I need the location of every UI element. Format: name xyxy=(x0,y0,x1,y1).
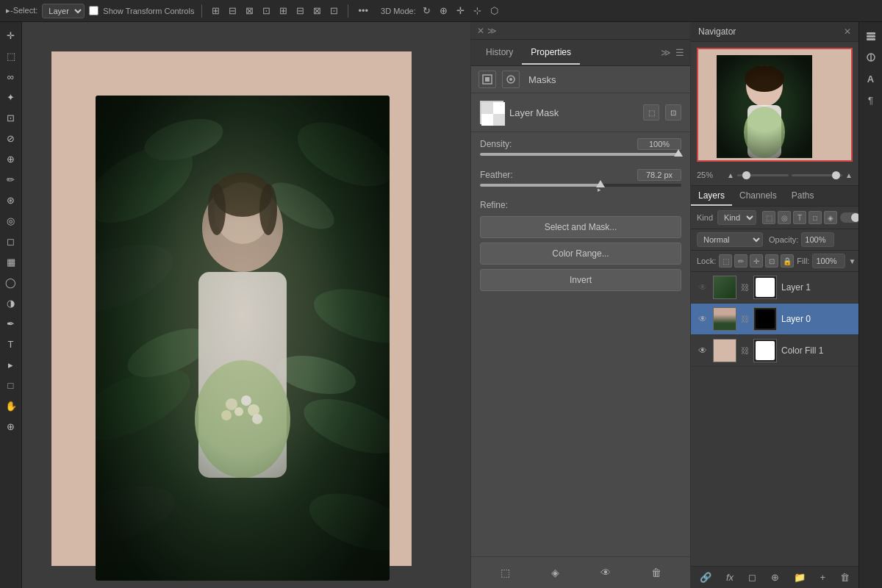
vector-mask-btn[interactable] xyxy=(502,71,520,88)
lock-position-icon[interactable]: ✛ xyxy=(750,254,763,268)
align-vcenter-btn[interactable]: ⊟ xyxy=(226,4,239,18)
brush-btn[interactable]: ✏ xyxy=(2,171,20,188)
zoom-out-btn[interactable]: ▲ xyxy=(727,171,734,179)
distribute-h-btn[interactable]: ⊠ xyxy=(311,4,323,18)
navigator-image-container[interactable] xyxy=(697,48,853,162)
panel-menu-expand-icon[interactable]: ≫ xyxy=(661,47,671,58)
move-tool-btn[interactable]: ✛ xyxy=(2,26,20,44)
tab-properties[interactable]: Properties xyxy=(522,41,580,65)
layer-row-layer1[interactable]: 👁 ⛓ Layer 1 xyxy=(691,272,858,304)
blur-btn[interactable]: ◯ xyxy=(2,273,20,291)
eye-visibility-icon-btn[interactable]: 👁 xyxy=(596,563,615,582)
lock-pixels-icon[interactable]: ✏ xyxy=(734,254,747,268)
lock-transparent-icon[interactable]: ⬚ xyxy=(719,254,732,268)
selection-frame-icon-btn[interactable]: ⬚ xyxy=(495,563,514,582)
3d-camera-btn[interactable]: ⬡ xyxy=(488,4,501,18)
eyedropper-btn[interactable]: ⊘ xyxy=(2,129,20,147)
type-filter-icon[interactable]: T xyxy=(793,211,806,224)
eraser-btn[interactable]: ◻ xyxy=(2,232,20,250)
add-mask-btn[interactable]: ◻ xyxy=(745,570,759,584)
align-top-btn[interactable]: ⊞ xyxy=(209,4,222,18)
clone-stamp-btn[interactable]: ⊛ xyxy=(2,191,20,209)
align-right-btn[interactable]: ⊟ xyxy=(294,4,306,18)
zoom-tool-btn[interactable]: ⊕ xyxy=(2,417,20,435)
magic-wand-btn[interactable]: ✦ xyxy=(2,88,20,106)
new-layer-btn[interactable]: + xyxy=(817,570,829,584)
add-adjustment-btn[interactable]: ⊕ xyxy=(768,570,782,584)
text-tool-btn[interactable]: T xyxy=(2,335,20,353)
3d-slide-btn[interactable]: ⊹ xyxy=(471,4,484,18)
more-options-btn[interactable]: ••• xyxy=(356,4,370,18)
align-bottom-btn[interactable]: ⊠ xyxy=(243,4,256,18)
fill-dropdown-icon[interactable]: ▼ xyxy=(848,257,856,265)
shape-tool-btn[interactable]: □ xyxy=(2,376,20,394)
density-slider-track[interactable] xyxy=(480,153,681,156)
zoom-in-btn[interactable]: ▲ xyxy=(845,171,853,179)
fill-input[interactable] xyxy=(812,254,845,268)
strip-paragraph-btn[interactable]: ¶ xyxy=(861,90,881,110)
strip-text-btn[interactable]: A xyxy=(861,69,881,88)
3d-pan-btn[interactable]: ✛ xyxy=(454,4,467,18)
align-hcenter-btn[interactable]: ⊞ xyxy=(277,4,290,18)
filter-toggle-switch[interactable] xyxy=(840,212,858,223)
invert-btn[interactable]: Invert xyxy=(480,269,681,291)
tab-history[interactable]: History xyxy=(477,41,522,65)
kind-select[interactable]: Kind xyxy=(717,210,756,225)
new-group-btn[interactable]: 📁 xyxy=(791,570,808,584)
align-left-btn[interactable]: ⊡ xyxy=(260,4,273,18)
dodge-btn[interactable]: ◑ xyxy=(2,294,20,312)
tool-layer-select[interactable]: Layer xyxy=(42,4,85,18)
adjustment-filter-icon[interactable]: ◎ xyxy=(778,211,791,224)
canvas-area[interactable] xyxy=(22,22,470,588)
healing-brush-btn[interactable]: ⊕ xyxy=(2,150,20,168)
mask-options-btn[interactable]: ⬚ xyxy=(643,104,659,121)
panel-close-btn[interactable]: ✕ xyxy=(476,24,486,37)
smart-filter-icon[interactable]: ◈ xyxy=(824,211,837,224)
blend-mode-select[interactable]: Normal Multiply Screen xyxy=(697,232,763,247)
panel-menu-icon[interactable]: ☰ xyxy=(675,47,684,58)
feather-slider-track[interactable]: ▸ xyxy=(480,184,681,187)
lock-all-icon[interactable]: 🔒 xyxy=(781,254,794,268)
layer-row-colorfill1[interactable]: 👁 ⛓ Color Fill 1 xyxy=(691,335,858,367)
tab-paths[interactable]: Paths xyxy=(784,186,822,206)
layer1-eye-btn[interactable]: 👁 xyxy=(697,282,709,293)
zoom-track-right[interactable] xyxy=(792,174,843,176)
navigator-expand-icon[interactable]: ✕ xyxy=(844,26,851,37)
link-layers-btn[interactable]: 🔗 xyxy=(697,570,714,584)
strip-adjustments-btn[interactable] xyxy=(861,48,881,67)
transform-controls-checkbox[interactable] xyxy=(89,6,98,15)
lasso-tool-btn[interactable]: ∞ xyxy=(2,68,20,85)
select-mask-btn[interactable]: Select and Mask... xyxy=(480,216,681,238)
delete-mask-icon-btn[interactable]: 🗑 xyxy=(647,563,666,582)
color-range-btn[interactable]: Color Range... xyxy=(480,243,681,265)
pen-tool-btn[interactable]: ✒ xyxy=(2,315,20,332)
panel-expand-btn[interactable]: ≫ xyxy=(486,24,498,37)
crop-tool-btn[interactable]: ⊡ xyxy=(2,109,20,126)
colorfill1-eye-btn[interactable]: 👁 xyxy=(697,345,709,356)
lock-artboard-icon[interactable]: ⊡ xyxy=(765,254,778,268)
layer0-eye-btn[interactable]: 👁 xyxy=(697,313,709,325)
selection-tool-btn[interactable]: ⬚ xyxy=(2,47,20,65)
gradient-btn[interactable]: ▦ xyxy=(2,253,20,270)
path-select-btn[interactable]: ▸ xyxy=(2,356,20,373)
opacity-input[interactable] xyxy=(801,232,834,247)
distribute-v-btn[interactable]: ⊡ xyxy=(328,4,340,18)
paint-bucket-icon-btn[interactable]: ◈ xyxy=(546,563,565,582)
delete-layer-btn[interactable]: 🗑 xyxy=(837,570,853,584)
history-brush-btn[interactable]: ◎ xyxy=(2,212,20,229)
fx-btn[interactable]: fx xyxy=(723,570,736,584)
3d-orbit-btn[interactable]: ⊕ xyxy=(437,4,450,18)
hand-tool-btn[interactable]: ✋ xyxy=(2,397,20,415)
mask-apply-btn[interactable]: ⊡ xyxy=(665,104,681,121)
zoom-track-left[interactable] xyxy=(737,174,789,176)
feather-value[interactable]: 78.2 px xyxy=(637,169,681,181)
tab-layers[interactable]: Layers xyxy=(691,186,732,206)
strip-layers-btn[interactable] xyxy=(861,26,881,46)
pixel-mask-btn[interactable] xyxy=(478,71,496,88)
tab-channels[interactable]: Channels xyxy=(732,186,784,206)
shape-filter-icon[interactable]: □ xyxy=(808,211,822,224)
3d-rotate-btn[interactable]: ↻ xyxy=(420,4,433,18)
pixel-filter-icon[interactable]: ⬚ xyxy=(762,211,775,224)
density-value[interactable]: 100% xyxy=(637,138,681,150)
layer-row-layer0[interactable]: 👁 ⛓ Layer 0 xyxy=(691,304,858,335)
